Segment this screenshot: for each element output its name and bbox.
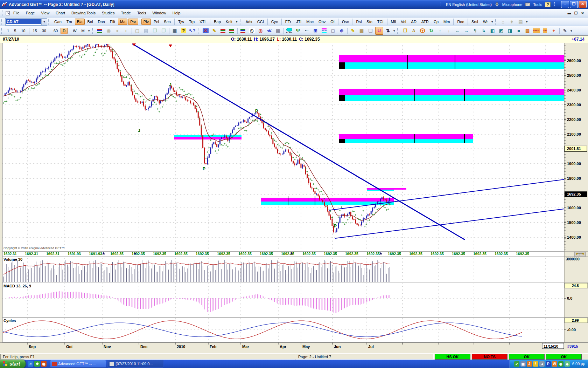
toolbar-button-atr[interactable]: ATR: [419, 19, 431, 25]
properties-icon[interactable]: ✎: [561, 27, 569, 35]
language-indicator[interactable]: EN English (United States): [446, 2, 492, 7]
toolbar-button-obv[interactable]: Obv: [316, 19, 328, 25]
target-icon[interactable]: ◎: [257, 27, 265, 35]
language-bar-grip[interactable]: [441, 2, 442, 7]
toolbar-button-roc[interactable]: Roc: [455, 19, 466, 25]
mdi-close-button[interactable]: ✕: [580, 11, 585, 15]
microphone-button[interactable]: Microphone: [502, 2, 522, 7]
toolbar-grip[interactable]: [198, 28, 200, 34]
grid-icon[interactable]: ▦: [274, 27, 282, 35]
toolbar-options-chevron[interactable]: ▼: [490, 18, 494, 25]
minimize-button[interactable]: –: [561, 1, 569, 8]
open-folder-icon[interactable]: ❐: [401, 27, 409, 35]
fib-levels-icon[interactable]: [239, 27, 247, 35]
network-icon[interactable]: ▣: [520, 361, 526, 367]
toolbar-button-15[interactable]: 15: [31, 28, 39, 34]
toolbar-button-kelt[interactable]: Kelt: [224, 19, 234, 25]
crosshair-icon[interactable]: +: [550, 27, 558, 35]
toolbar-grip[interactable]: [1, 19, 4, 25]
task-button-1[interactable]: [07/27/2010 11:09:0...: [107, 360, 163, 368]
data-scales-icon[interactable]: ∆: [410, 27, 418, 35]
toolbar-button-w[interactable]: W: [71, 28, 78, 34]
menu-grip[interactable]: [2, 10, 4, 16]
safely-remove-icon[interactable]: ✔: [514, 361, 519, 367]
chart-window-icon[interactable]: [5, 11, 10, 16]
toolbar-button-mac[interactable]: Mac: [304, 19, 316, 25]
toolbar-options-chevron[interactable]: ▼: [569, 27, 573, 34]
toolbar-button-10[interactable]: 10: [19, 28, 27, 34]
toolbar-button-wr[interactable]: Wr: [481, 19, 490, 25]
menu-window[interactable]: Window: [149, 10, 169, 16]
toolbar-grip[interactable]: [397, 28, 400, 34]
toolbar-button-oi[interactable]: OI: [328, 19, 337, 25]
toolbar-options-chevron[interactable]: ▼: [87, 27, 91, 34]
microphone-icon[interactable]: [495, 2, 499, 7]
toolbar-button-cyc[interactable]: Cyc: [269, 19, 280, 25]
toolbar-button-m[interactable]: M: [79, 28, 87, 34]
toolbar-button-bap[interactable]: Bap: [212, 19, 223, 25]
gann-grid-icon[interactable]: ✕: [202, 27, 210, 35]
fib-icon[interactable]: FIB: [541, 27, 549, 35]
toolbar-button-mm[interactable]: Mm: [441, 19, 452, 25]
zoom-in-icon[interactable]: ⊕: [338, 27, 346, 35]
toolbar-button-mfi[interactable]: Mfi: [389, 19, 398, 25]
toolbar-button-cp[interactable]: Cp: [432, 19, 441, 25]
toolbar-button-trp[interactable]: Trp: [187, 19, 197, 25]
toolbar-button-bol[interactable]: Bol: [85, 19, 95, 25]
toolbar-button-1[interactable]: 1: [5, 28, 11, 34]
scroll-right-icon[interactable]: →: [462, 27, 470, 35]
refresh-icon[interactable]: ↻: [427, 27, 435, 35]
chart-type-icon[interactable]: [96, 27, 104, 35]
toolbar-button-bia[interactable]: Bia: [75, 19, 85, 25]
language-tools-icon[interactable]: [525, 2, 530, 7]
toolbar-button-adx[interactable]: Adx: [244, 19, 254, 25]
fan-lines-icon[interactable]: ≪: [265, 27, 273, 35]
highlighter-icon[interactable]: ✎: [349, 27, 357, 35]
parallel-lines-icon[interactable]: [228, 27, 236, 35]
task-button-0[interactable]: Advanced GET™ -- ...: [50, 360, 106, 368]
toolbar-button-cci[interactable]: CCI: [255, 19, 266, 25]
toolbar-grip[interactable]: [48, 19, 51, 25]
toolbar-button-osc[interactable]: Osc: [340, 19, 351, 25]
snap-grid-icon[interactable]: ▩: [358, 27, 366, 35]
split-view-icon[interactable]: ⇅: [384, 27, 392, 35]
media-player-icon[interactable]: ◉: [41, 361, 47, 367]
toolbar-button-pcl[interactable]: Pcl: [152, 19, 161, 25]
toolbar-options-chevron[interactable]: ▼: [392, 27, 396, 34]
security-shield-icon[interactable]: !: [533, 361, 538, 367]
toolbar-options-chevron[interactable]: ▼: [525, 18, 529, 25]
mob-icon[interactable]: MOB: [320, 27, 328, 35]
language-help-button[interactable]: ?: [545, 2, 551, 7]
pitchfork-icon[interactable]: Ψ: [294, 27, 302, 35]
toolbar-button-etr[interactable]: ETr: [283, 19, 293, 25]
language-tools-button[interactable]: Tools: [533, 2, 542, 7]
dotted-region-icon[interactable]: ▨: [524, 27, 532, 35]
toolbar-button-d[interactable]: D: [61, 28, 68, 34]
restore-button[interactable]: ❐: [570, 1, 578, 8]
toolbar-button-5[interactable]: 5: [12, 28, 18, 34]
toolbar-button-rsi[interactable]: Rsi: [354, 19, 364, 25]
full-screen-box-icon[interactable]: ■: [515, 27, 523, 35]
ellipse-icon[interactable]: ELIPS: [285, 27, 293, 35]
page-up-icon[interactable]: ↰: [471, 27, 479, 35]
volume-icon[interactable]: ◄: [539, 361, 545, 367]
toolbar-button-piv[interactable]: Piv: [141, 19, 151, 25]
menu-drawing-tools[interactable]: Drawing Tools: [68, 10, 99, 16]
chart-area[interactable]: JJPPPCopyright © 2010 eSignal Advanced G…: [0, 43, 588, 353]
menu-help[interactable]: Help: [169, 10, 184, 16]
stop-icon[interactable]: O: [419, 27, 427, 35]
scroll-left-icon[interactable]: ←: [454, 27, 462, 35]
toolbar-button-60[interactable]: 60: [51, 28, 60, 34]
toolbar-button-psr[interactable]: Psr: [128, 19, 138, 25]
time-clock-icon[interactable]: ◷: [248, 27, 256, 35]
toolbar-grip[interactable]: [92, 28, 94, 34]
print-icon[interactable]: ▦: [171, 27, 179, 35]
toolbar-button-sea[interactable]: Sea: [162, 19, 173, 25]
toolbar-button-30[interactable]: 30: [40, 28, 48, 34]
toolbar-button-gan[interactable]: Gan: [52, 19, 64, 25]
symbol-value[interactable]: GD.AT: [6, 19, 41, 24]
page-down-icon[interactable]: ↳: [480, 27, 488, 35]
context-help-icon[interactable]: ↖?: [188, 27, 196, 35]
language-bar-handle[interactable]: [554, 2, 556, 7]
expand-vertical-icon[interactable]: ◨: [506, 27, 514, 35]
